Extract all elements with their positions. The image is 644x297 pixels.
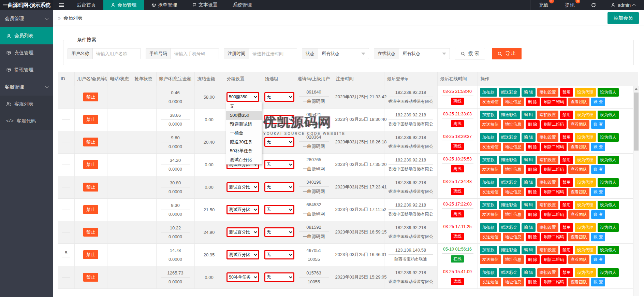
hamburger-icon[interactable] bbox=[53, 0, 69, 10]
filter-input-手机号码[interactable] bbox=[171, 48, 219, 59]
op-加扣款[interactable]: 加扣款 bbox=[480, 111, 497, 119]
op-设为假人[interactable]: 设为假人 bbox=[598, 201, 619, 209]
op-设为代理[interactable]: 设为代理 bbox=[575, 111, 596, 119]
op-查看团队[interactable]: 查看团队 bbox=[568, 255, 589, 264]
op-地址信息[interactable]: 地址信息 bbox=[503, 233, 524, 241]
op-加扣款[interactable]: 加扣款 bbox=[480, 88, 497, 97]
withdraw-link[interactable]: 提现 0 bbox=[557, 0, 583, 10]
ban-button[interactable]: 禁止 bbox=[83, 250, 98, 259]
op-禁用[interactable]: 禁用 bbox=[560, 201, 573, 209]
op-禁用[interactable]: 禁用 bbox=[560, 156, 573, 164]
group-option[interactable]: 预选测试组 bbox=[226, 120, 262, 129]
op-暗扣设置[interactable]: 暗扣设置 bbox=[537, 88, 558, 97]
op-删除[interactable]: 删 除 bbox=[526, 188, 540, 196]
group-select[interactable]: 50补单任务 bbox=[226, 272, 259, 282]
op-发送短信[interactable]: 发送短信 bbox=[480, 278, 501, 286]
op-赠送彩金[interactable]: 赠送彩金 bbox=[499, 178, 520, 187]
op-暗扣设置[interactable]: 暗扣设置 bbox=[537, 156, 558, 164]
op-删除[interactable]: 删 除 bbox=[526, 165, 540, 174]
sidebar-item-客服列表[interactable]: 客服列表 bbox=[0, 96, 53, 113]
op-设为假人[interactable]: 设为假人 bbox=[598, 268, 619, 277]
op-加扣款[interactable]: 加扣款 bbox=[480, 178, 497, 187]
op-加扣款[interactable]: 加扣款 bbox=[480, 268, 497, 277]
op-设为假人[interactable]: 设为假人 bbox=[598, 111, 619, 119]
search-button[interactable]: 搜 索 bbox=[455, 48, 485, 59]
op-设为假人[interactable]: 设为假人 bbox=[598, 156, 619, 164]
op-禁用[interactable]: 禁用 bbox=[560, 178, 573, 187]
op-删除[interactable]: 删 除 bbox=[526, 233, 540, 241]
op-编辑[interactable]: 编 辑 bbox=[522, 133, 536, 142]
op-发送短信[interactable]: 发送短信 bbox=[480, 255, 501, 264]
op-账变[interactable]: 账 变 bbox=[591, 210, 605, 219]
online-status-badge[interactable]: 离线 bbox=[451, 165, 464, 172]
op-地址信息[interactable]: 地址信息 bbox=[503, 143, 524, 151]
op-刷新二维码[interactable]: 刷新二维码 bbox=[541, 143, 567, 151]
op-编辑[interactable]: 编 辑 bbox=[522, 223, 536, 232]
op-赠送彩金[interactable]: 赠送彩金 bbox=[499, 268, 520, 277]
op-查看团队[interactable]: 查看团队 bbox=[568, 233, 589, 241]
op-禁用[interactable]: 禁用 bbox=[560, 88, 573, 97]
op-刷新二维码[interactable]: 刷新二维码 bbox=[541, 188, 567, 196]
top-nav-item-会员管理[interactable]: 会员管理 bbox=[103, 0, 144, 10]
group-select[interactable]: 测试百分比 bbox=[226, 250, 259, 259]
op-查看团队[interactable]: 查看团队 bbox=[568, 278, 589, 286]
op-查看团队[interactable]: 查看团队 bbox=[568, 210, 589, 219]
op-发送短信[interactable]: 发送短信 bbox=[480, 210, 501, 219]
op-发送短信[interactable]: 发送短信 bbox=[480, 98, 501, 106]
preselect-select[interactable]: 无 bbox=[264, 182, 294, 192]
online-status-badge[interactable]: 离线 bbox=[451, 233, 464, 240]
op-刷新二维码[interactable]: 刷新二维码 bbox=[541, 233, 567, 241]
op-地址信息[interactable]: 地址信息 bbox=[503, 188, 524, 196]
op-地址信息[interactable]: 地址信息 bbox=[503, 165, 524, 174]
top-nav-item-抢单管理[interactable]: 抢单管理 bbox=[144, 0, 185, 10]
op-暗扣设置[interactable]: 暗扣设置 bbox=[537, 178, 558, 187]
op-赠送彩金[interactable]: 赠送彩金 bbox=[499, 201, 520, 209]
ban-button[interactable]: 禁止 bbox=[83, 228, 98, 237]
op-暗扣设置[interactable]: 暗扣设置 bbox=[537, 268, 558, 277]
op-设为假人[interactable]: 设为假人 bbox=[598, 88, 619, 97]
op-账变[interactable]: 账 变 bbox=[591, 120, 605, 129]
op-禁用[interactable]: 禁用 bbox=[560, 111, 573, 119]
ban-button[interactable]: 禁止 bbox=[83, 160, 98, 169]
op-赠送彩金[interactable]: 赠送彩金 bbox=[499, 111, 520, 119]
sidebar-group-会员管理[interactable]: 会员管理 bbox=[0, 10, 53, 27]
op-编辑[interactable]: 编 辑 bbox=[522, 156, 536, 164]
op-账变[interactable]: 账 变 bbox=[591, 143, 605, 151]
op-编辑[interactable]: 编 辑 bbox=[522, 88, 536, 97]
sidebar-group-客服管理[interactable]: 客服管理 bbox=[0, 79, 53, 96]
op-赠送彩金[interactable]: 赠送彩金 bbox=[499, 133, 520, 142]
online-status-badge[interactable]: 离线 bbox=[451, 98, 464, 105]
op-编辑[interactable]: 编 辑 bbox=[522, 201, 536, 209]
preselect-select[interactable]: 无 bbox=[264, 272, 294, 282]
refresh-icon[interactable] bbox=[583, 0, 604, 10]
filter-input-注册时间[interactable] bbox=[249, 48, 297, 59]
op-删除[interactable]: 删 除 bbox=[526, 278, 540, 286]
ban-button[interactable]: 禁止 bbox=[83, 183, 98, 192]
op-设为代理[interactable]: 设为代理 bbox=[575, 133, 596, 142]
online-status-badge[interactable]: 离线 bbox=[451, 120, 464, 127]
preselect-select[interactable]: 无 bbox=[264, 250, 294, 259]
op-暗扣设置[interactable]: 暗扣设置 bbox=[537, 223, 558, 232]
op-暗扣设置[interactable]: 暗扣设置 bbox=[537, 111, 558, 119]
preselect-select[interactable]: 无 bbox=[264, 160, 294, 169]
op-设为假人[interactable]: 设为假人 bbox=[598, 223, 619, 232]
op-账变[interactable]: 账 变 bbox=[591, 278, 605, 286]
op-加扣款[interactable]: 加扣款 bbox=[480, 156, 497, 164]
op-加扣款[interactable]: 加扣款 bbox=[480, 201, 497, 209]
top-nav-item-系统管理[interactable]: 系统管理 bbox=[225, 0, 259, 10]
ban-button[interactable]: 禁止 bbox=[83, 205, 98, 214]
op-设为代理[interactable]: 设为代理 bbox=[575, 268, 596, 277]
op-赠送彩金[interactable]: 赠送彩金 bbox=[499, 246, 520, 254]
op-地址信息[interactable]: 地址信息 bbox=[503, 278, 524, 286]
add-member-button[interactable]: 添加会员 bbox=[608, 12, 639, 24]
op-账变[interactable]: 账 变 bbox=[591, 255, 605, 264]
preselect-select[interactable]: 无 bbox=[264, 115, 294, 124]
sidebar-item-充值管理[interactable]: 充值管理 bbox=[0, 44, 53, 61]
op-赠送彩金[interactable]: 赠送彩金 bbox=[499, 88, 520, 97]
op-设为代理[interactable]: 设为代理 bbox=[575, 178, 596, 187]
op-刷新二维码[interactable]: 刷新二维码 bbox=[541, 255, 567, 264]
op-禁用[interactable]: 禁用 bbox=[560, 246, 573, 254]
preselect-select[interactable]: 无 bbox=[264, 227, 294, 237]
op-刷新二维码[interactable]: 刷新二维码 bbox=[541, 278, 567, 286]
op-赠送彩金[interactable]: 赠送彩金 bbox=[499, 223, 520, 232]
